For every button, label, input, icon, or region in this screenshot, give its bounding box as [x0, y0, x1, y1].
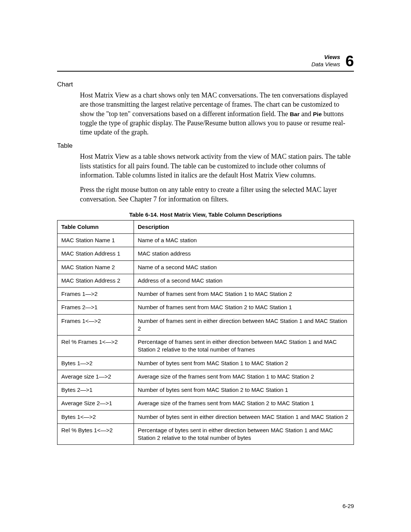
table-cell-column: Rel % Bytes 1<—>2 — [57, 423, 134, 445]
table-cell-description: Percentage of frames sent in either dire… — [134, 335, 354, 357]
page-header: Views Data Views 6 — [57, 53, 354, 72]
table-header-col1: Table Column — [57, 220, 134, 233]
table-row: Average size 1—>2Average size of the fra… — [57, 370, 354, 383]
table-row: Frames 1—>2Number of frames sent from MA… — [57, 288, 354, 301]
table-cell-description: Number of bytes sent in either direction… — [134, 410, 354, 423]
table-heading: Table — [57, 142, 354, 150]
table-cell-description: Number of frames sent in either directio… — [134, 314, 354, 335]
table-cell-description: Name of a MAC station — [134, 234, 354, 247]
table-header-col2: Description — [134, 220, 354, 233]
table-cell-description: Name of a second MAC station — [134, 260, 354, 274]
table-row: Bytes 1—>2Number of bytes sent from MAC … — [57, 356, 354, 370]
table-cell-description: Average size of the frames sent from MAC… — [134, 370, 354, 383]
table-cell-column: MAC Station Name 2 — [57, 260, 134, 274]
table-cell-column: Frames 1<—>2 — [57, 314, 134, 335]
header-title: Views — [311, 54, 340, 61]
table-cell-column: Bytes 2—>1 — [57, 383, 134, 397]
table-cell-description: Address of a second MAC station — [134, 274, 354, 287]
table-cell-column: MAC Station Name 1 — [57, 234, 134, 247]
table-cell-column: Average Size 2—>1 — [57, 397, 134, 410]
table-row: Frames 1<—>2Number of frames sent in eit… — [57, 314, 354, 335]
table-caption: Table 6-14. Host Matrix View, Table Colu… — [57, 211, 354, 218]
table-row: MAC Station Address 2Address of a second… — [57, 274, 354, 287]
chart-paragraph: Host Matrix View as a chart shows only t… — [80, 91, 354, 137]
table-cell-column: Rel % Frames 1<—>2 — [57, 335, 134, 357]
table-row: Frames 2—>1Number of frames sent from MA… — [57, 301, 354, 314]
table-header-row: Table Column Description — [57, 220, 354, 233]
chapter-number: 6 — [346, 53, 354, 69]
table-cell-column: Bytes 1—>2 — [57, 356, 134, 370]
header-subtitle: Data Views — [311, 61, 340, 68]
page-number: 6-29 — [342, 503, 354, 509]
document-page: Views Data Views 6 Chart Host Matrix Vie… — [0, 0, 411, 532]
column-descriptions-table: Table Column Description MAC Station Nam… — [57, 220, 354, 445]
table-row: MAC Station Address 1MAC station address — [57, 247, 354, 260]
table-cell-description: Number of frames sent from MAC Station 1… — [134, 288, 354, 301]
table-row: MAC Station Name 1Name of a MAC station — [57, 234, 354, 247]
table-row: Average Size 2—>1Average size of the fra… — [57, 397, 354, 410]
table-cell-description: Number of bytes sent from MAC Station 2 … — [134, 383, 354, 397]
table-cell-column: Average size 1—>2 — [57, 370, 134, 383]
table-cell-column: Bytes 1<—>2 — [57, 410, 134, 423]
table-cell-column: Frames 2—>1 — [57, 301, 134, 314]
bar-button-label: Bar — [290, 111, 299, 117]
table-row: Rel % Frames 1<—>2Percentage of frames s… — [57, 335, 354, 357]
table-row: MAC Station Name 2Name of a second MAC s… — [57, 260, 354, 274]
table-cell-description: Number of frames sent from MAC Station 2… — [134, 301, 354, 314]
pie-button-label: Pie — [313, 111, 322, 117]
header-text-block: Views Data Views — [311, 54, 340, 68]
table-cell-description: Average size of the frames sent from MAC… — [134, 397, 354, 410]
table-cell-column: MAC Station Address 1 — [57, 247, 134, 260]
table-paragraph-2: Press the right mouse button on any tabl… — [80, 185, 354, 204]
table-row: Bytes 1<—>2Number of bytes sent in eithe… — [57, 410, 354, 423]
table-row: Bytes 2—>1Number of bytes sent from MAC … — [57, 383, 354, 397]
table-paragraph-1: Host Matrix View as a table shows networ… — [80, 152, 354, 180]
table-cell-description: Percentage of bytes sent in either direc… — [134, 423, 354, 445]
chart-heading: Chart — [57, 81, 354, 88]
table-cell-column: Frames 1—>2 — [57, 288, 134, 301]
chart-para-mid1: and — [299, 110, 313, 118]
table-row: Rel % Bytes 1<—>2Percentage of bytes sen… — [57, 423, 354, 445]
table-cell-description: MAC station address — [134, 247, 354, 260]
table-cell-description: Number of bytes sent from MAC Station 1 … — [134, 356, 354, 370]
table-cell-column: MAC Station Address 2 — [57, 274, 134, 287]
